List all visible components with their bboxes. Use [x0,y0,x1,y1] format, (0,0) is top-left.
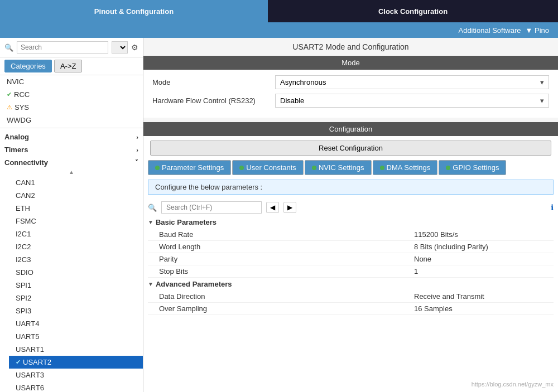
tab-gpio-settings[interactable]: GPIO Settings [439,160,506,175]
reset-config-button[interactable]: Reset Configuration [150,141,551,156]
mode-section: Mode Mode Asynchronous ▾ Hardware Flow C… [143,56,558,118]
tab-parameter-settings[interactable]: Parameter Settings [148,160,231,175]
sidebar-item-usart6[interactable]: USART6 [9,381,143,392]
sidebar-item-eth[interactable]: ETH [9,202,143,215]
i2c3-label: I2C3 [16,255,31,264]
params-search-row: 🔍 ◀ ▶ ℹ [143,199,558,216]
spi3-label: SPI3 [16,307,31,315]
stop-bits-name: Stop Bits [159,267,414,275]
sidebar-item-sys[interactable]: ⚠ SYS [0,101,143,114]
pinout-config-header: Pinout & Configuration [0,0,268,22]
pinout-label: Pinout & Configuration [94,7,174,16]
sidebar-item-can1[interactable]: CAN1 [9,176,143,189]
sidebar-item-usart3[interactable]: USART3 [9,369,143,381]
hw-flow-select[interactable]: Disable ▾ [275,94,549,108]
over-sampling-value: 16 Samples [414,304,554,313]
mode-select-value: Asynchronous [280,78,326,86]
parity-value: None [414,255,554,263]
sidebar-list: NVIC ✔ RCC ⚠ SYS WWDG Analog › Timers [0,75,143,392]
connectivity-arrow-icon: ˅ [135,159,138,166]
data-direction-value: Receive and Transmit [414,292,554,301]
params-list: ▼ Basic Parameters Baud Rate 115200 Bits… [143,216,558,392]
sub-header-left [0,22,143,38]
gear-button[interactable]: ⚙ [131,43,138,52]
config-header: Configuration [143,122,558,136]
tab-categories[interactable]: Categories [4,60,52,72]
params-search-input[interactable] [161,201,262,214]
connectivity-sub-list: CAN1 CAN2 ETH FSMC I2C1 I2C2 I2C [0,176,143,392]
additional-software-label[interactable]: Additional Software [458,26,521,35]
sidebar-item-i2c3[interactable]: I2C3 [9,253,143,266]
sidebar-item-sdio[interactable]: SDIO [9,266,143,279]
sidebar-item-can2[interactable]: CAN2 [9,189,143,202]
analog-label: Analog [4,133,29,141]
mode-row: Mode Asynchronous ▾ [152,75,549,89]
i2c1-label: I2C1 [16,230,31,238]
params-prev-button[interactable]: ◀ [266,202,279,213]
analog-arrow-icon: › [136,134,138,141]
scroll-up-triangle: ▲ [69,169,74,175]
basic-params-tri-icon: ▼ [148,219,153,225]
advanced-params-group-header[interactable]: ▼ Advanced Parameters [148,278,554,291]
rcc-check-icon: ✔ [7,91,12,98]
reset-config-label: Reset Configuration [319,144,383,152]
basic-params-group-header[interactable]: ▼ Basic Parameters [148,216,554,229]
word-length-name: Word Length [159,243,414,251]
over-sampling-name: Over Sampling [159,304,414,313]
nvic-label: NVIC [7,78,24,86]
sidebar-item-spi3[interactable]: SPI3 [9,304,143,317]
mode-section-header: Mode [143,56,558,70]
pino-label[interactable]: ▼ Pino [526,26,550,35]
sidebar-group-timers[interactable]: Timers › [0,142,143,155]
sidebar-item-uart5[interactable]: UART5 [9,330,143,343]
sidebar-item-usart1[interactable]: USART1 [9,343,143,356]
eth-label: ETH [16,204,30,212]
sidebar-item-wwdg[interactable]: WWDG [0,114,143,127]
sidebar-item-uart4[interactable]: UART4 [9,317,143,330]
fsmc-label: FSMC [16,217,36,225]
param-settings-dot [155,166,160,170]
tab-nvic-settings[interactable]: NVIC Settings [305,160,372,175]
sidebar-item-spi2[interactable]: SPI2 [9,292,143,304]
dma-settings-label: DMA Settings [387,163,431,172]
rcc-label: RCC [14,90,30,99]
params-next-button[interactable]: ▶ [283,202,296,213]
gpio-settings-dot [446,166,450,170]
param-settings-label: Parameter Settings [162,163,224,172]
divider-1 [0,128,143,128]
timers-label: Timers [4,146,28,154]
wwdg-label: WWDG [7,116,31,124]
mode-select[interactable]: Asynchronous ▾ [275,75,549,89]
sidebar-group-connectivity[interactable]: Connectivity ˅ [0,155,143,168]
config-section: Configuration Reset Configuration Parame… [143,122,558,392]
param-row-parity: Parity None [148,253,554,265]
hw-flow-label: Hardware Flow Control (RS232) [152,96,275,105]
can2-label: CAN2 [16,191,35,200]
sidebar-item-nvic[interactable]: NVIC [0,75,143,88]
info-button[interactable]: ℹ [551,203,554,212]
sidebar-item-usart2[interactable]: ✔ USART2 [9,356,143,369]
sidebar-item-i2c2[interactable]: I2C2 [9,240,143,253]
sidebar-item-rcc[interactable]: ✔ RCC [0,88,143,101]
sidebar-item-fsmc[interactable]: FSMC [9,215,143,228]
config-tabs-row: Parameter Settings User Constants NVIC S… [143,160,558,175]
sidebar-filter-select[interactable] [112,41,128,54]
tab-user-constants[interactable]: User Constants [232,160,304,175]
baud-rate-name: Baud Rate [159,230,414,239]
tab-az[interactable]: A->Z [54,60,83,72]
sidebar-tabs: Categories A->Z [0,57,143,75]
uart5-label: UART5 [16,332,39,341]
tab-dma-settings[interactable]: DMA Settings [373,160,438,175]
sdio-label: SDIO [16,268,33,277]
usart2-label: USART2 [23,358,51,366]
sidebar-group-analog[interactable]: Analog › [0,129,143,142]
sidebar: 🔍 ⚙ Categories A->Z NVIC ✔ RCC [0,38,143,392]
sidebar-item-i2c1[interactable]: I2C1 [9,228,143,240]
param-row-stop-bits: Stop Bits 1 [148,265,554,278]
stop-bits-value: 1 [414,267,554,275]
sidebar-item-spi1[interactable]: SPI1 [9,279,143,292]
content-area: USART2 Mode and Configuration Mode Mode … [143,38,558,392]
sidebar-search-input[interactable] [17,41,108,54]
can1-label: CAN1 [16,178,35,187]
clock-config-header[interactable]: Clock Configuration [268,0,558,22]
